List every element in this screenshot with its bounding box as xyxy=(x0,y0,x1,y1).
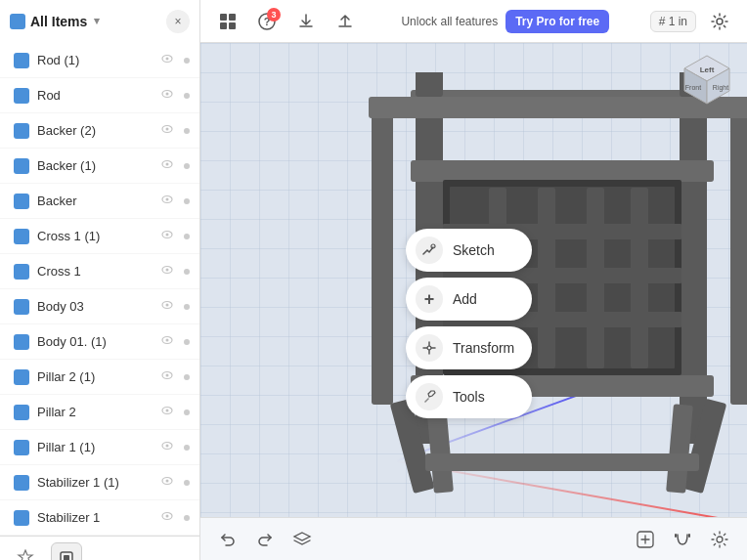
sidebar-item-body01-1[interactable]: Body 01. (1) xyxy=(0,324,199,360)
svg-rect-55 xyxy=(425,453,699,471)
sidebar-items-list: Rod (1) Rod Backer (2) xyxy=(0,43,199,536)
svg-point-70 xyxy=(717,537,723,542)
svg-point-32 xyxy=(166,480,169,483)
item-visibility-icon[interactable] xyxy=(160,87,174,104)
svg-rect-56 xyxy=(416,72,443,97)
magnet-button[interactable] xyxy=(667,524,698,555)
sketch-menu-item[interactable]: Sketch xyxy=(406,229,532,272)
grid-icon xyxy=(218,12,238,31)
home-button[interactable] xyxy=(51,542,82,561)
pin-icon xyxy=(17,549,34,561)
item-dot xyxy=(184,58,190,64)
item-dot xyxy=(184,128,190,134)
sidebar-item-stabilizer1-1[interactable]: Stabilizer 1 (1) xyxy=(0,465,199,500)
notification-badge: 3 xyxy=(267,8,281,22)
transform-menu-item[interactable]: Transform xyxy=(406,326,532,369)
item-visibility-icon[interactable] xyxy=(160,228,174,244)
item-label: Pillar 2 xyxy=(37,405,153,419)
item-cube-icon xyxy=(14,194,29,209)
sidebar-item-cross1[interactable]: Cross 1 xyxy=(0,254,199,289)
help-button[interactable]: ? 3 xyxy=(251,6,283,37)
item-label: Cross 1 (1) xyxy=(37,229,153,243)
settings-button[interactable] xyxy=(704,6,735,37)
item-cube-icon xyxy=(14,88,29,104)
canvas-settings-button[interactable] xyxy=(704,524,735,555)
sidebar-header: All Items ▾ × xyxy=(0,0,200,43)
svg-point-24 xyxy=(166,339,169,342)
home-icon xyxy=(58,549,75,561)
sidebar-item-backer-2[interactable]: Backer (2) xyxy=(0,113,199,149)
cube-navigator[interactable]: Left Front Right xyxy=(676,51,739,114)
tools-menu-item[interactable]: Tools xyxy=(406,375,532,418)
close-button[interactable]: × xyxy=(166,10,190,33)
svg-point-12 xyxy=(166,128,169,131)
sidebar-item-body03[interactable]: Body 03 xyxy=(0,289,199,324)
layers-button[interactable] xyxy=(286,524,318,555)
toolbar-right: ? 3 Unlock all features Try Pro for free… xyxy=(200,6,747,37)
share-button[interactable] xyxy=(330,6,361,37)
pin-button[interactable] xyxy=(10,542,41,561)
sidebar-item-rod[interactable]: Rod xyxy=(0,78,199,113)
svg-point-34 xyxy=(166,515,169,518)
item-visibility-icon[interactable] xyxy=(160,368,174,385)
svg-point-28 xyxy=(166,409,169,412)
item-visibility-icon[interactable] xyxy=(160,157,174,174)
grid-view-button[interactable] xyxy=(212,6,243,37)
sidebar-item-backer-1[interactable]: Backer (1) xyxy=(0,149,199,184)
item-label: Rod xyxy=(37,88,153,103)
item-visibility-icon[interactable] xyxy=(160,333,174,350)
layers-icon xyxy=(292,530,312,549)
svg-text:Front: Front xyxy=(685,84,701,91)
tools-label: Tools xyxy=(453,389,485,405)
redo-button[interactable] xyxy=(249,524,281,555)
item-visibility-icon[interactable] xyxy=(160,193,174,209)
sidebar-item-cross1-1[interactable]: Cross 1 (1) xyxy=(0,219,199,254)
sidebar-item-pillar1-1[interactable]: Pillar 1 (1) xyxy=(0,430,199,465)
dropdown-arrow[interactable]: ▾ xyxy=(94,15,100,27)
svg-point-22 xyxy=(166,304,169,307)
download-button[interactable] xyxy=(290,6,322,37)
svg-point-30 xyxy=(166,445,169,448)
sidebar-item-stabilizer1[interactable]: Stabilizer 1 xyxy=(0,500,199,536)
item-visibility-icon[interactable] xyxy=(160,439,174,455)
cube-icon-small xyxy=(10,14,25,29)
item-visibility-icon[interactable] xyxy=(160,122,174,139)
close-icon: × xyxy=(174,15,181,28)
item-cube-icon xyxy=(14,334,29,350)
item-label: Body 01. (1) xyxy=(37,334,153,349)
item-visibility-icon[interactable] xyxy=(160,509,174,526)
pro-button[interactable]: Try Pro for free xyxy=(505,10,609,33)
item-visibility-icon[interactable] xyxy=(160,52,174,68)
item-cube-icon xyxy=(14,299,29,315)
sidebar-item-rod-1[interactable]: Rod (1) xyxy=(0,43,199,78)
canvas-area[interactable]: Sketch + Add Transform Tools xyxy=(200,43,747,560)
item-dot xyxy=(184,198,190,204)
sidebar-item-pillar2[interactable]: Pillar 2 xyxy=(0,395,199,430)
all-items-label: All Items xyxy=(30,14,87,29)
item-dot xyxy=(184,409,190,415)
item-visibility-icon[interactable] xyxy=(160,404,174,420)
svg-rect-2 xyxy=(220,22,227,29)
undo-button[interactable] xyxy=(212,524,243,555)
svg-rect-1 xyxy=(229,14,236,21)
item-visibility-icon[interactable] xyxy=(160,474,174,491)
item-label: Body 03 xyxy=(37,299,153,314)
export-icon xyxy=(635,529,656,550)
add-menu-item[interactable]: + Add xyxy=(406,278,532,321)
sidebar-item-backer[interactable]: Backer xyxy=(0,184,199,219)
export-button[interactable] xyxy=(630,524,661,555)
canvas-right-actions xyxy=(630,524,735,555)
svg-rect-40 xyxy=(411,160,714,182)
sidebar-item-pillar2-1[interactable]: Pillar 2 (1) xyxy=(0,360,199,395)
svg-rect-58 xyxy=(372,102,393,405)
undo-icon xyxy=(218,530,238,549)
magnet-icon xyxy=(672,529,693,550)
unlock-label: Unlock all features xyxy=(401,15,498,28)
svg-text:Left: Left xyxy=(700,65,715,74)
redo-icon xyxy=(255,530,275,549)
item-dot xyxy=(184,163,190,169)
item-visibility-icon[interactable] xyxy=(160,263,174,280)
item-visibility-icon[interactable] xyxy=(160,298,174,315)
svg-rect-3 xyxy=(229,22,236,29)
item-label: Stabilizer 1 (1) xyxy=(37,475,153,490)
